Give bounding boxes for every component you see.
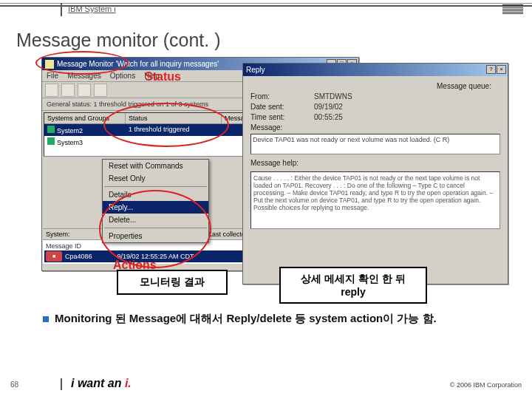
tagline-i: i. — [125, 377, 132, 389]
screenshot-area: Message Monitor 'Watch for all inquiry m… — [21, 55, 511, 303]
tool-icon[interactable] — [94, 83, 107, 97]
msg-textbox[interactable]: Device TAP01 was not ready or next volum… — [250, 134, 500, 154]
header-rule-thin — [0, 3, 532, 4]
tagline-pre: i want an — [71, 377, 125, 389]
reply-dialog: Reply ? × Message queue: From: SMTDWNS D… — [242, 63, 508, 284]
date-row: Date sent: 09/19/02 — [250, 103, 500, 111]
annotation-actions-ellipse — [99, 190, 211, 268]
from-row: From: SMTDWNS — [250, 92, 500, 100]
msg-label: Message: — [250, 123, 314, 132]
annotation-status-ellipse — [103, 103, 229, 147]
from-label: From: — [250, 92, 314, 100]
system-icon — [47, 137, 55, 145]
cell-system: System3 — [57, 139, 83, 146]
bullet-text: Monitoring 된 Message에 대해서 Reply/delete 등… — [55, 312, 437, 326]
ctx-reset-only[interactable]: Reset Only — [103, 172, 208, 185]
footer-vertical-bar — [61, 378, 62, 390]
msg-row-label: Message: — [250, 123, 500, 132]
bullet-square-icon — [43, 316, 49, 322]
reply-body: Message queue: From: SMTDWNS Date sent: … — [243, 76, 508, 235]
alert-icon: ■ — [46, 251, 62, 262]
reply-titlebar: Reply ? × — [243, 64, 508, 76]
tool-icon[interactable] — [45, 83, 58, 97]
product-label: IBM System i — [68, 4, 116, 13]
message-id: Cpa4086 — [65, 253, 92, 260]
queue-row: Message queue: — [250, 82, 500, 90]
system-icon — [47, 126, 55, 133]
copyright: © 2006 IBM Corporation — [450, 381, 522, 389]
cell-system: System2 — [57, 127, 83, 134]
callout2-line1: 상세 메세지 확인 한 뒤 — [288, 273, 418, 286]
annotation-status-text: Status — [145, 70, 181, 83]
bullet-list: Monitoring 된 Message에 대해서 Reply/delete 등… — [43, 312, 489, 326]
queue-label: Message queue: — [437, 82, 500, 90]
time-value: 00:55:25 — [314, 113, 500, 121]
help-textbox[interactable]: Cause . . . . . : Either the device TAP0… — [250, 171, 500, 229]
menu-file[interactable]: File — [47, 72, 58, 80]
help-button[interactable]: ? — [486, 65, 496, 74]
reply-title-text: Reply — [246, 66, 265, 74]
callout-monitoring-result: 모니터링 결과 — [117, 270, 228, 295]
menu-options[interactable]: Options — [110, 72, 135, 80]
from-value: SMTDWNS — [314, 92, 500, 100]
date-label: Date sent: — [250, 103, 314, 111]
ctx-reset-with-commands[interactable]: Reset with Commands — [103, 160, 208, 172]
callout-reply-detail: 상세 메세지 확인 한 뒤 reply — [279, 267, 427, 304]
help-row-label: Message help: — [250, 159, 500, 167]
slide-footer: 68 i want an i. © 2006 IBM Corporation — [0, 372, 532, 390]
date-value: 09/19/02 — [314, 103, 500, 111]
tool-icon[interactable] — [78, 83, 91, 97]
ctx-separator — [104, 186, 207, 187]
tool-icon[interactable] — [61, 83, 75, 97]
close-button[interactable]: × — [497, 65, 506, 74]
help-label: Message help: — [250, 159, 314, 167]
tagline: i want an i. — [71, 377, 132, 390]
callout2-line2: reply — [288, 286, 418, 298]
ibm-logo — [502, 4, 523, 14]
time-row: Time sent: 00:55:25 — [250, 113, 500, 121]
annotation-title-ellipse — [35, 51, 129, 75]
header-vertical-bar — [61, 3, 62, 16]
time-label: Time sent: — [250, 113, 314, 121]
page-number: 68 — [10, 381, 18, 389]
slide-header: IBM System i — [0, 0, 532, 21]
bullet-item: Monitoring 된 Message에 대해서 Reply/delete 등… — [43, 312, 489, 326]
slide-title: Message monitor (cont. ) — [16, 30, 532, 51]
